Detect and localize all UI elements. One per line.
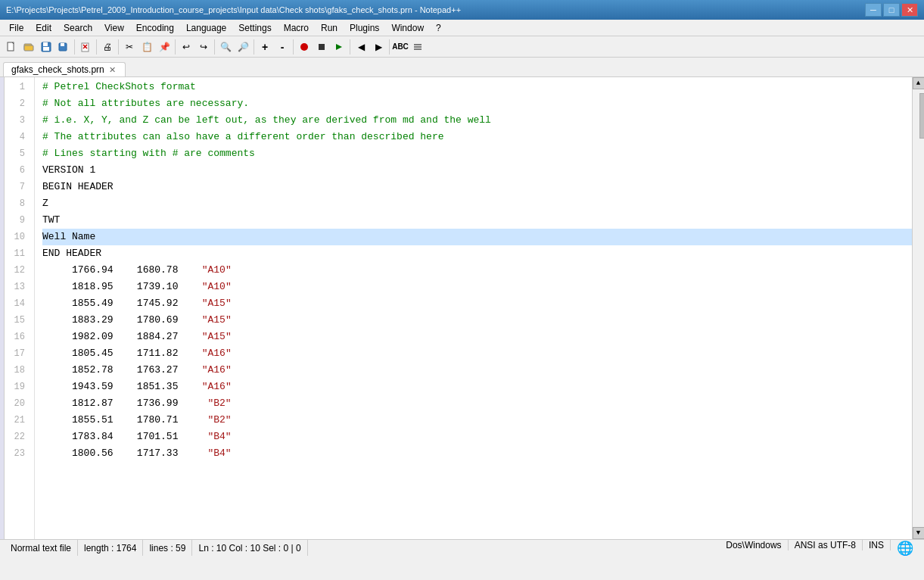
status-dos: Dos\Windows	[720, 540, 788, 550]
prev-button[interactable]: ◀	[353, 39, 369, 55]
menu-settings[interactable]: Settings	[232, 21, 277, 35]
paste-button[interactable]: 📌	[156, 39, 173, 55]
code-line-19[interactable]: 1943.59 1851.35 "A16"	[42, 379, 912, 395]
scroll-thumb[interactable]	[919, 93, 925, 139]
code-line-10[interactable]: Well Name	[42, 229, 912, 245]
find-button[interactable]: 🔍	[217, 39, 234, 55]
menu-encoding[interactable]: Encoding	[130, 21, 180, 35]
toolbar-separator-9	[389, 39, 390, 55]
code-line-7[interactable]: BEGIN HEADER	[42, 179, 912, 195]
status-encoding: ANSI as UTF-8	[789, 540, 863, 550]
indent-button[interactable]	[409, 39, 426, 55]
svg-rect-7	[61, 43, 64, 46]
toolbar-separator-2	[96, 39, 97, 55]
line-number-3: 3	[5, 112, 30, 129]
titlebar-title: E:\Projects\Projects\Petrel_2009_Introdu…	[6, 5, 461, 14]
line-number-1: 1	[5, 79, 30, 95]
save-all-button[interactable]	[55, 39, 72, 55]
line-number-22: 22	[5, 429, 30, 445]
code-line-22[interactable]: 1783.84 1701.51 "B4"	[42, 429, 912, 445]
scroll-down-arrow[interactable]: ▼	[913, 527, 925, 539]
status-filetype: Normal text file	[5, 540, 78, 556]
status-position: Ln : 10 Col : 10 Sel : 0 | 0	[192, 540, 307, 556]
line-number-20: 20	[5, 395, 30, 412]
code-area[interactable]: # Petrel CheckShots format# Not all attr…	[35, 77, 912, 539]
tab-gfaks[interactable]: gfaks_check_shots.prn ✕	[3, 62, 126, 76]
cut-button[interactable]: ✂	[121, 39, 138, 55]
menu-plugins[interactable]: Plugins	[344, 21, 385, 35]
new-button[interactable]	[3, 39, 20, 55]
line-number-18: 18	[5, 362, 30, 379]
code-line-4[interactable]: # The attributes can also have a differe…	[42, 129, 912, 145]
svg-point-11	[300, 43, 308, 51]
code-line-12[interactable]: 1766.94 1680.78 "A10"	[42, 262, 912, 279]
code-line-18[interactable]: 1852.78 1763.27 "A16"	[42, 362, 912, 379]
code-line-6[interactable]: VERSION 1	[42, 162, 912, 179]
play-macro-button[interactable]	[331, 39, 347, 55]
line-number-10: 10	[5, 229, 30, 245]
find-replace-button[interactable]: 🔎	[235, 39, 251, 55]
status-ins: INS	[863, 540, 891, 550]
line-numbers: 1234567891011121314151617181920212223	[5, 77, 35, 539]
svg-marker-13	[336, 44, 342, 50]
toolbar: 🖨 ✂ 📋 📌 ↩ ↪ 🔍 🔎 + - ◀ ▶ ABC	[0, 36, 924, 58]
code-line-13[interactable]: 1818.95 1739.10 "A10"	[42, 279, 912, 295]
line-number-19: 19	[5, 379, 30, 395]
titlebar-controls: ─ □ ✕	[865, 3, 918, 17]
menu-run[interactable]: Run	[315, 21, 344, 35]
code-line-1[interactable]: # Petrel CheckShots format	[42, 79, 912, 95]
save-button[interactable]	[38, 39, 54, 55]
code-line-5[interactable]: # Lines starting with # are comments	[42, 145, 912, 162]
code-line-16[interactable]: 1982.09 1884.27 "A15"	[42, 329, 912, 345]
code-line-11[interactable]: END HEADER	[42, 245, 912, 262]
status-lines: lines : 59	[143, 540, 192, 556]
svg-rect-5	[43, 47, 49, 51]
open-button[interactable]	[20, 39, 37, 55]
code-line-23[interactable]: 1800.56 1717.33 "B4"	[42, 445, 912, 462]
code-line-8[interactable]: Z	[42, 195, 912, 212]
line-number-12: 12	[5, 262, 30, 279]
code-line-14[interactable]: 1855.49 1745.92 "A15"	[42, 295, 912, 312]
zoom-in-button[interactable]: +	[257, 39, 273, 55]
code-line-3[interactable]: # i.e. X, Y, and Z can be left out, as t…	[42, 112, 912, 129]
line-number-16: 16	[5, 329, 30, 345]
vertical-scrollbar[interactable]: ▲ ▼	[912, 77, 924, 539]
code-line-2[interactable]: # Not all attributes are necessary.	[42, 95, 912, 112]
line-number-2: 2	[5, 95, 30, 112]
code-line-20[interactable]: 1812.87 1736.99 "B2"	[42, 395, 912, 412]
code-line-9[interactable]: TWT	[42, 212, 912, 229]
menu-help[interactable]: ?	[430, 21, 447, 35]
undo-button[interactable]: ↩	[178, 39, 194, 55]
code-line-15[interactable]: 1883.29 1780.69 "A15"	[42, 312, 912, 329]
wordwrap-button[interactable]: ABC	[392, 39, 409, 55]
menu-edit[interactable]: Edit	[30, 21, 58, 35]
line-number-21: 21	[5, 412, 30, 429]
print-button[interactable]: 🖨	[99, 39, 116, 55]
toolbar-separator-3	[118, 39, 119, 55]
scroll-up-arrow[interactable]: ▲	[913, 77, 925, 89]
menu-search[interactable]: Search	[58, 21, 98, 35]
close-doc-button[interactable]	[77, 39, 94, 55]
toolbar-separator-6	[254, 39, 254, 55]
menu-macro[interactable]: Macro	[278, 21, 315, 35]
maximize-button[interactable]: □	[883, 3, 900, 17]
code-line-17[interactable]: 1805.45 1711.82 "A16"	[42, 345, 912, 362]
minimize-button[interactable]: ─	[865, 3, 882, 17]
tabbar: gfaks_check_shots.prn ✕	[0, 58, 924, 77]
menu-window[interactable]: Window	[385, 21, 430, 35]
stop-macro-button[interactable]	[313, 39, 330, 55]
tab-close-icon[interactable]: ✕	[107, 65, 117, 75]
next-button[interactable]: ▶	[370, 39, 387, 55]
menu-file[interactable]: File	[3, 21, 30, 35]
close-button[interactable]: ✕	[901, 3, 918, 17]
record-macro-button[interactable]	[296, 39, 313, 55]
redo-button[interactable]: ↪	[195, 39, 212, 55]
svg-rect-2	[24, 45, 33, 51]
titlebar: E:\Projects\Projects\Petrel_2009_Introdu…	[0, 0, 924, 20]
menu-language[interactable]: Language	[180, 21, 232, 35]
menu-view[interactable]: View	[98, 21, 130, 35]
copy-button[interactable]: 📋	[138, 39, 155, 55]
line-number-23: 23	[5, 445, 30, 462]
code-line-21[interactable]: 1855.51 1780.71 "B2"	[42, 412, 912, 429]
zoom-out-button[interactable]: -	[274, 39, 291, 55]
